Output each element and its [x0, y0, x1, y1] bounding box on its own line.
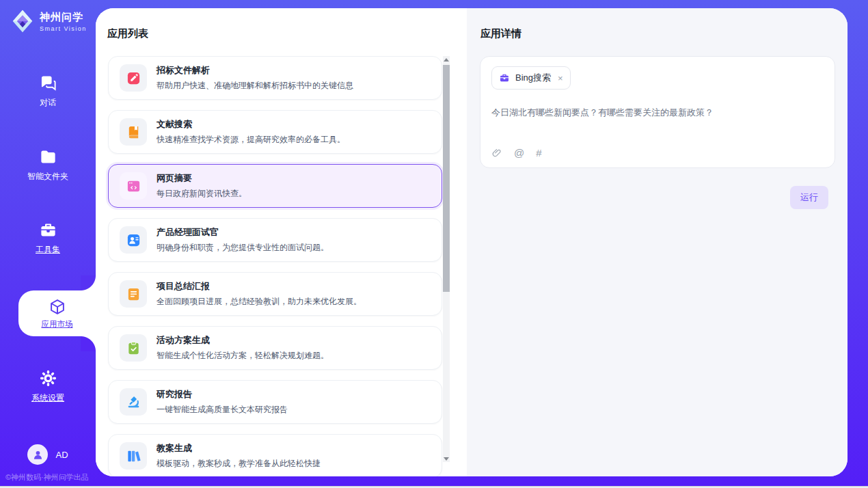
toolbox-icon — [39, 221, 57, 239]
app-card-description: 快速精准查找学术资源，提高研究效率的必备工具。 — [157, 134, 345, 146]
hash-icon[interactable]: # — [536, 147, 541, 159]
scroll-down-arrow-icon[interactable] — [443, 455, 450, 462]
literature-search-icon — [120, 118, 147, 146]
user-account[interactable]: AD — [0, 444, 96, 465]
close-icon[interactable]: × — [556, 73, 563, 83]
list-scrollbar[interactable] — [443, 56, 450, 462]
app-card-title: 研究报告 — [157, 388, 288, 401]
paperclip-icon[interactable] — [491, 148, 502, 159]
app-card-title: 项目总结汇报 — [157, 280, 362, 293]
app-card-description: 每日政府新闻资讯快查。 — [157, 188, 247, 200]
mention-at-icon[interactable]: @ — [514, 147, 524, 159]
sidebar-item-gear[interactable]: 系统设置 — [0, 369, 96, 404]
scrollbar-thumb[interactable] — [443, 65, 450, 292]
app-card-title: 招标文件解析 — [157, 64, 353, 77]
prompt-input-card[interactable]: Bing搜索 × 今日湖北有哪些新闻要点？有哪些需要关注的最新政策？ @ # — [480, 56, 835, 168]
scroll-up-arrow-icon[interactable] — [443, 56, 450, 63]
copyright-footer: ©神州数码·神州问学出品 — [5, 472, 89, 483]
research-report-icon — [120, 388, 147, 416]
app-card-description: 全面回顾项目进展，总结经验教训，助力未来优化发展。 — [157, 296, 362, 308]
app-card[interactable]: 文献搜索 快速精准查找学术资源，提高研究效率的必备工具。 — [108, 110, 442, 154]
bid-document-icon — [120, 64, 147, 92]
gear-icon — [39, 369, 57, 388]
app-card-title: 教案生成 — [157, 442, 321, 455]
sidebar-nav: 对话 智能文件夹 工具集 应用市场 系统设置 — [0, 0, 96, 488]
app-card-description: 帮助用户快速、准确地理解和解析招标书中的关键信息 — [157, 80, 353, 92]
prompt-text[interactable]: 今日湖北有哪些新闻要点？有哪些需要关注的最新政策？ — [491, 106, 824, 120]
app-card-title: 活动方案生成 — [157, 334, 329, 347]
person-icon — [31, 448, 44, 461]
app-detail-title: 应用详情 — [480, 27, 521, 40]
app-card-list: 招标文件解析 帮助用户快速、准确地理解和解析招标书中的关键信息 文献搜索 快速精… — [108, 56, 442, 476]
webpage-summary-icon — [120, 172, 147, 200]
main-content: 应用列表 招标文件解析 帮助用户快速、准确地理解和解析招标书中的关键信息 文献搜… — [96, 8, 847, 476]
app-card[interactable]: 活动方案生成 智能生成个性化活动方案，轻松解决规划难题。 — [108, 326, 442, 370]
app-card[interactable]: 招标文件解析 帮助用户快速、准确地理解和解析招标书中的关键信息 — [108, 56, 442, 100]
app-card-description: 一键智能生成高质量长文本研究报告 — [157, 404, 288, 416]
app-card-description: 明确身份和职责，为您提供专业性的面试问题。 — [157, 242, 329, 254]
sidebar-item-cube[interactable]: 应用市场 — [18, 290, 96, 336]
nav-item-label: 智能文件夹 — [27, 171, 68, 182]
sidebar: 神州问学 Smart Vision 对话 智能文件夹 工具集 应用市场 系统设置 — [0, 0, 96, 488]
project-summary-icon — [120, 280, 147, 308]
run-button[interactable]: 运行 — [790, 186, 828, 209]
attachment-toolbar: @ # — [491, 147, 542, 159]
nav-item-label: 系统设置 — [31, 392, 64, 404]
app-card-title: 产品经理面试官 — [157, 226, 329, 239]
app-card[interactable]: 教案生成 模板驱动，教案秒成，教学准备从此轻松快捷 — [108, 434, 442, 476]
app-card-description: 模板驱动，教案秒成，教学准备从此轻松快捷 — [157, 458, 321, 470]
sidebar-item-toolbox[interactable]: 工具集 — [0, 221, 96, 256]
sidebar-item-folder[interactable]: 智能文件夹 — [0, 148, 96, 182]
app-list-panel: 应用列表 招标文件解析 帮助用户快速、准确地理解和解析招标书中的关键信息 文献搜… — [96, 8, 467, 476]
app-detail-panel: 应用详情 Bing搜索 × 今日湖北有哪些新闻要点？有哪些需要关注的最新政策？ … — [467, 8, 847, 476]
nav-item-label: 对话 — [40, 97, 56, 109]
folder-icon — [39, 148, 57, 166]
tool-tag-label: Bing搜索 — [515, 72, 551, 84]
app-card-description: 智能生成个性化活动方案，轻松解决规划难题。 — [157, 350, 329, 362]
app-card[interactable]: 网页摘要 每日政府新闻资讯快查。 — [108, 164, 442, 208]
app-card-title: 网页摘要 — [157, 172, 247, 185]
cube-icon — [49, 298, 66, 316]
nav-item-label: 工具集 — [36, 244, 60, 256]
app-card[interactable]: 产品经理面试官 明确身份和职责，为您提供专业性的面试问题。 — [108, 218, 442, 262]
lesson-plan-icon — [120, 442, 147, 470]
chat-icon — [39, 74, 57, 92]
user-initials: AD — [55, 450, 68, 460]
interviewer-icon — [120, 226, 147, 254]
app-card[interactable]: 研究报告 一键智能生成高质量长文本研究报告 — [108, 380, 442, 424]
briefcase-icon — [499, 72, 510, 83]
app-card-title: 文献搜索 — [157, 118, 345, 131]
activity-plan-icon — [120, 334, 147, 362]
avatar[interactable] — [27, 444, 48, 465]
app-card[interactable]: 项目总结汇报 全面回顾项目进展，总结经验教训，助力未来优化发展。 — [108, 272, 442, 316]
sidebar-item-chat[interactable]: 对话 — [0, 74, 96, 109]
tool-tag-bing-search[interactable]: Bing搜索 × — [491, 66, 571, 90]
app-list-title: 应用列表 — [107, 27, 148, 40]
nav-item-label: 应用市场 — [42, 319, 73, 329]
